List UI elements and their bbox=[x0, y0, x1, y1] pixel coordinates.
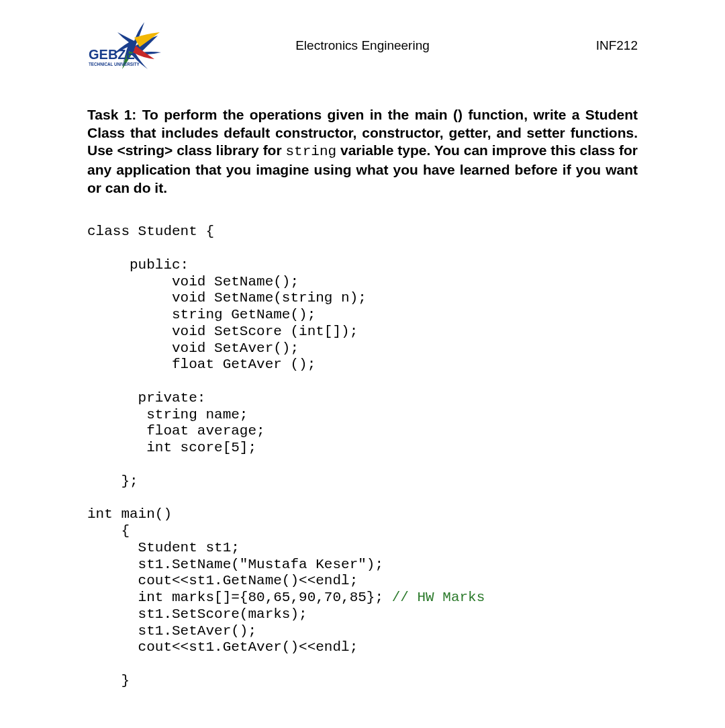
logo-text-sub: TECHNICAL UNIVERSITY bbox=[89, 62, 140, 66]
university-logo: GEBZE TECHNICAL UNIVERSITY bbox=[87, 19, 175, 73]
logo-text-main: GEBZE bbox=[89, 47, 135, 62]
code-marks-prefix: int marks[]={80,65,90,70,85}; bbox=[87, 590, 392, 605]
document-page: GEBZE TECHNICAL UNIVERSITY Electronics E… bbox=[0, 0, 725, 717]
code-comment: // HW Marks bbox=[392, 590, 485, 605]
code-lines-before: class Student { public: void SetName(); … bbox=[87, 224, 383, 588]
task-description: Task 1: To perform the operations given … bbox=[87, 106, 638, 197]
department-name: Electronics Engineering bbox=[175, 38, 550, 53]
code-lines-after: st1.SetScore(marks); st1.SetAver(); cout… bbox=[87, 606, 358, 688]
gebze-logo-icon: GEBZE TECHNICAL UNIVERSITY bbox=[87, 19, 175, 73]
course-code: INF212 bbox=[550, 38, 638, 53]
header-row: GEBZE TECHNICAL UNIVERSITY Electronics E… bbox=[87, 19, 638, 73]
task-mono: string bbox=[286, 144, 337, 159]
code-block: class Student { public: void SetName(); … bbox=[87, 224, 638, 689]
